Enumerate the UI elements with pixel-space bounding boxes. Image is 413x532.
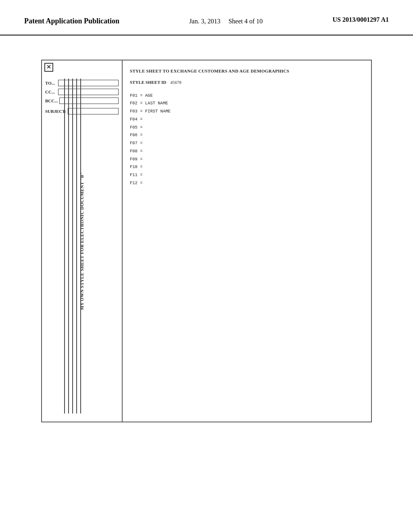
field-definition: F12 =: [130, 180, 364, 187]
fields-section: F01 = AGEF02 = LAST NAMEF03 = FIRST NAME…: [130, 93, 364, 187]
field-definition: F06 =: [130, 132, 364, 139]
to-field-row: TO...: [45, 80, 119, 86]
subject-row: SUBJECT:: [45, 108, 119, 114]
style-sheet-id-value: 45678: [170, 80, 181, 85]
publication-date: Jan. 3, 2013: [189, 18, 220, 25]
doc-title: MY OWN STYLE SHEET FOR ELECTRONIC DOCUME…: [79, 172, 84, 310]
v-line-2: [68, 79, 69, 414]
field-definition: F10 =: [130, 164, 364, 170]
v-line-3: [72, 79, 73, 414]
field-definition: F04 =: [130, 116, 364, 123]
right-panel: STYLE SHEET TO EXCHANGE CUSTOMERS AND AG…: [123, 60, 371, 422]
main-content: ✕ TO... CC... BCC...: [0, 35, 413, 519]
field-definition: F01 = AGE: [130, 93, 364, 99]
page-header: Patent Application Publication Jan. 3, 2…: [0, 0, 413, 35]
style-sheet-id-label: STYLE SHEET ID: [130, 80, 166, 85]
field-definition: F02 = LAST NAME: [130, 100, 364, 107]
cc-label: CC...: [45, 89, 56, 94]
publication-title: Patent Application Publication: [24, 16, 119, 26]
field-definition: F05 =: [130, 125, 364, 131]
to-label: TO...: [45, 81, 56, 85]
style-sheet-id-row: STYLE SHEET ID 45678: [130, 80, 364, 85]
bcc-label: BCC...: [45, 98, 58, 103]
patent-number: US 2013/0001297 A1: [332, 16, 389, 23]
style-sheet-title: STYLE SHEET TO EXCHANGE CUSTOMERS AND AG…: [130, 69, 364, 73]
x-icon: ✕: [44, 63, 53, 72]
field-definition: F09 =: [130, 156, 364, 163]
diagram-container: ✕ TO... CC... BCC...: [41, 60, 372, 422]
field-definition: F11 =: [130, 172, 364, 179]
v-line-4: [76, 79, 77, 414]
cc-field-row: CC...: [45, 89, 119, 95]
email-fields: TO... CC... BCC... SUBJECT:: [45, 80, 119, 114]
field-definition: F07 =: [130, 140, 364, 147]
subject-label: SUBJECT:: [45, 109, 66, 114]
sheet-info: Sheet 4 of 10: [228, 18, 263, 25]
field-definition: F03 = FIRST NAME: [130, 108, 364, 115]
v-line-1: [64, 79, 65, 414]
vertical-lines: [64, 79, 81, 414]
left-panel: ✕ TO... CC... BCC...: [42, 60, 123, 422]
bcc-field-row: BCC...: [45, 98, 119, 104]
field-definition: F08 =: [130, 148, 364, 155]
header-center: Jan. 3, 2013 Sheet 4 of 10: [189, 16, 263, 27]
